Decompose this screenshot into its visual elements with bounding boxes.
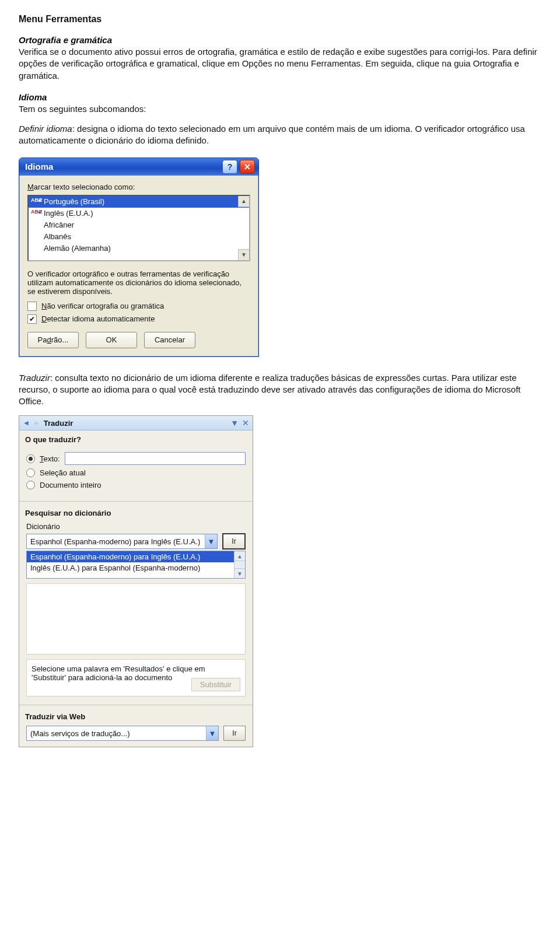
close-button[interactable]: ✕ bbox=[240, 160, 255, 174]
checkbox-icon bbox=[27, 302, 37, 311]
radio-icon bbox=[26, 481, 35, 489]
radio-texto[interactable]: Texto: bbox=[26, 452, 246, 465]
radio-icon bbox=[26, 454, 35, 463]
default-button[interactable]: Padrão... bbox=[27, 332, 79, 348]
section-ortografia: Ortografia e gramática Verifica se o doc… bbox=[19, 35, 544, 82]
para-idioma-intro: Tem os seguintes subcomandos: bbox=[19, 103, 544, 115]
radio-icon bbox=[26, 468, 35, 477]
list-item[interactable]: Inglês (E.U.A.) para Espanhol (Espanha-m… bbox=[27, 562, 245, 573]
dialog-idioma: Idioma ? ✕ MMarcar texto selecionado com… bbox=[19, 158, 259, 357]
dictionary-combo[interactable]: Espanhol (Espanha-moderno) para Inglês (… bbox=[26, 534, 218, 549]
section-traduzir-web: Traduzir via Web bbox=[19, 708, 253, 723]
list-item[interactable]: Espanhol (Espanha-moderno) para Inglês (… bbox=[27, 551, 245, 562]
substituir-button: Substituir bbox=[191, 678, 240, 691]
results-area bbox=[26, 583, 246, 654]
radio-selecao[interactable]: Seleção atual bbox=[26, 468, 246, 477]
chevron-down-icon[interactable]: ▼ bbox=[206, 726, 218, 740]
chevron-down-icon[interactable]: ▼ bbox=[205, 534, 217, 548]
checkbox-nao-verificar[interactable]: Não verificar ortografia ou gramática bbox=[27, 302, 250, 311]
spellcheck-icon: ABC bbox=[31, 197, 43, 203]
ir-button[interactable]: Ir bbox=[222, 533, 246, 550]
dropdown-icon[interactable]: ▼ bbox=[230, 418, 239, 428]
dialog-titlebar[interactable]: Idioma ? ✕ bbox=[19, 158, 258, 176]
para-definir-idioma: Definir idioma: designa o idioma do text… bbox=[19, 123, 544, 147]
ok-button[interactable]: OK bbox=[86, 332, 137, 348]
scroll-down-button[interactable]: ▼ bbox=[238, 249, 249, 260]
section-o-que-traduzir: O que traduzir? bbox=[19, 430, 253, 446]
section-pesquisar-dicionario: Pesquisar no dicionário bbox=[19, 504, 253, 520]
list-item[interactable]: ABCInglês (E.U.A.) bbox=[29, 208, 249, 219]
dialog-title: Idioma bbox=[25, 162, 53, 172]
text-traduzir: : consulta texto no dicionário de um idi… bbox=[19, 373, 521, 407]
web-service-combo[interactable]: (Mais serviços de tradução...) ▼ bbox=[26, 726, 219, 741]
hint-text: Selecione uma palavra em 'Resultados' e … bbox=[32, 664, 205, 682]
list-item[interactable]: Africâner bbox=[29, 219, 249, 231]
scroll-down-button[interactable]: ▼ bbox=[235, 568, 245, 578]
close-icon[interactable]: ✕ bbox=[242, 418, 249, 428]
checkbox-icon: ✔ bbox=[27, 314, 37, 324]
radio-documento[interactable]: Documento inteiro bbox=[26, 481, 246, 489]
cancel-button[interactable]: Cancelar bbox=[144, 332, 195, 348]
language-listbox[interactable]: ABCPortuguês (Brasil) ABCInglês (E.U.A.)… bbox=[27, 195, 250, 261]
page-title: Menu Ferramentas bbox=[19, 14, 544, 24]
taskpane-header: ◄ ► Traduzir ▼ ✕ bbox=[19, 416, 253, 430]
label-traduzir: Traduzir bbox=[19, 373, 50, 383]
scroll-up-button[interactable]: ▲ bbox=[235, 551, 245, 561]
forward-icon: ► bbox=[33, 419, 40, 427]
ir-button[interactable]: Ir bbox=[223, 726, 246, 741]
list-item[interactable]: Alemão (Alemanha) bbox=[29, 243, 249, 254]
taskpane-title: Traduzir bbox=[44, 419, 227, 428]
info-text: O verificador ortográfico e outras ferra… bbox=[27, 270, 250, 296]
combo-value: (Mais serviços de tradução...) bbox=[27, 729, 206, 738]
hint-box: Selecione uma palavra em 'Resultados' e … bbox=[26, 659, 246, 696]
para-traduzir: Traduzir: consulta texto no dicionário d… bbox=[19, 372, 544, 408]
spellcheck-icon: ABC bbox=[31, 209, 43, 215]
label-marcar-texto: MMarcar texto selecionado como:arcar tex… bbox=[27, 183, 250, 191]
section-idioma: Idioma Tem os seguintes subcomandos: Def… bbox=[19, 92, 544, 147]
para-ortografia: Verifica se o documento ativo possui err… bbox=[19, 46, 544, 82]
text-input[interactable] bbox=[65, 452, 246, 465]
heading-ortografia: Ortografia e gramática bbox=[19, 35, 112, 45]
list-item[interactable]: ABCPortuguês (Brasil) bbox=[29, 196, 249, 208]
scroll-up-button[interactable]: ▲ bbox=[238, 196, 249, 207]
heading-idioma: Idioma bbox=[19, 92, 47, 102]
label-dicionario: Dicionário bbox=[26, 522, 246, 531]
text-definir-idioma: : designa o idioma do texto selecionado … bbox=[19, 124, 525, 145]
combo-value: Espanhol (Espanha-moderno) para Inglês (… bbox=[27, 537, 205, 546]
scrollbar[interactable]: ▲ ▼ bbox=[234, 551, 245, 578]
checkbox-detectar-idioma[interactable]: ✔ Detectar idioma automaticamente bbox=[27, 314, 250, 324]
help-button[interactable]: ? bbox=[222, 160, 237, 174]
back-icon[interactable]: ◄ bbox=[23, 419, 30, 427]
label-definir-idioma: Definir idioma bbox=[19, 124, 72, 134]
list-item[interactable]: Albanês bbox=[29, 231, 249, 243]
dictionary-list[interactable]: Espanhol (Espanha-moderno) para Inglês (… bbox=[26, 551, 246, 579]
taskpane-traduzir: ◄ ► Traduzir ▼ ✕ O que traduzir? Texto: … bbox=[19, 415, 253, 747]
